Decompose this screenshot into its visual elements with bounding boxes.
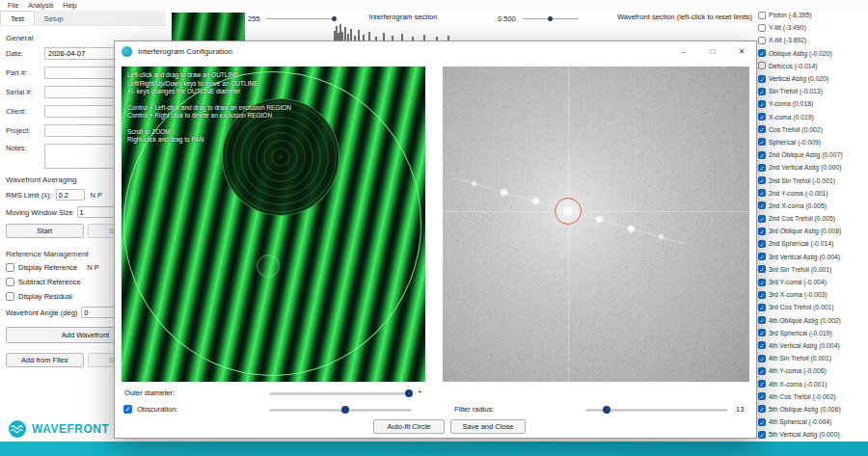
- zernike-checkbox[interactable]: [758, 279, 766, 286]
- zernike-row[interactable]: Defocus (-0.014): [758, 60, 866, 72]
- checkbox[interactable]: [6, 292, 14, 301]
- start-button[interactable]: Start: [6, 224, 84, 238]
- zernike-row[interactable]: X-tilt (-3.892): [758, 34, 866, 46]
- minimize-icon[interactable]: –: [669, 41, 698, 62]
- interferogram-histogram[interactable]: [333, 23, 453, 40]
- zernike-row[interactable]: 3rd Spherical (-0.019): [758, 327, 866, 339]
- zernike-checkbox[interactable]: [758, 431, 766, 439]
- filter-radius-slider[interactable]: [585, 409, 728, 412]
- outer-diameter-slider[interactable]: [269, 392, 412, 395]
- zernike-row[interactable]: 2nd Y-coma (-0.001): [758, 187, 866, 200]
- zernike-row[interactable]: 5th Oblique Astig (0.006): [758, 403, 866, 416]
- zernike-checkbox[interactable]: [758, 341, 766, 349]
- menu-analysis[interactable]: Analysis: [23, 2, 58, 9]
- zernike-row[interactable]: Oblique Astig (-0.020): [758, 47, 866, 60]
- obscuration-slider[interactable]: [269, 409, 412, 412]
- zernike-row[interactable]: 4th Spherical (-0.004): [758, 416, 866, 428]
- outer-diameter-plus[interactable]: +: [418, 388, 421, 396]
- zernike-checkbox[interactable]: [758, 113, 766, 121]
- zernike-row[interactable]: Vertical Astig (0.020): [758, 72, 866, 85]
- zernike-row[interactable]: 3rd Sin Trefoil (0.001): [758, 263, 866, 276]
- zernike-checkbox[interactable]: [758, 49, 766, 57]
- auto-fit-circle-button[interactable]: Auto-fit Circle: [373, 419, 445, 434]
- zernike-checkbox[interactable]: [758, 418, 766, 426]
- zernike-row[interactable]: 2nd Spherical (-0.014): [758, 237, 866, 250]
- wavefront-level-slider[interactable]: [523, 18, 579, 19]
- zernike-row[interactable]: Piston (-8.395): [758, 9, 866, 21]
- zernike-checkbox[interactable]: [758, 253, 766, 260]
- zernike-checkbox[interactable]: [758, 405, 766, 413]
- obscuration-checkbox[interactable]: [123, 405, 132, 414]
- maximize-icon[interactable]: □: [698, 41, 727, 62]
- zernike-row[interactable]: 4th Y-coma (-0.006): [758, 364, 866, 377]
- zernike-checkbox[interactable]: [758, 88, 766, 95]
- filter-radius-thumb[interactable]: [603, 406, 610, 414]
- zernike-checkbox[interactable]: [758, 228, 766, 235]
- zernike-row[interactable]: 4th Sin Trefoil (0.001): [758, 352, 866, 364]
- save-and-close-button[interactable]: Save and Close: [450, 419, 526, 434]
- moving-window-input[interactable]: [77, 206, 120, 218]
- zernike-checkbox[interactable]: [758, 164, 766, 172]
- zernike-checkbox[interactable]: [758, 176, 766, 184]
- checkbox[interactable]: [6, 263, 14, 272]
- dialog-titlebar[interactable]: Interferogram Configuration – □ ✕: [115, 41, 756, 62]
- checkbox[interactable]: [6, 278, 14, 286]
- zernike-row[interactable]: 5th Vertical Astig (0.000): [758, 428, 866, 441]
- fft-canvas[interactable]: [443, 67, 749, 382]
- zernike-checkbox[interactable]: [758, 138, 766, 146]
- zernike-checkbox[interactable]: [758, 367, 766, 375]
- zernike-checkbox[interactable]: [758, 24, 766, 32]
- zernike-row[interactable]: 4th Oblique Astig (0.002): [758, 314, 866, 327]
- zernike-checkbox[interactable]: [758, 240, 766, 248]
- zernike-checkbox[interactable]: [758, 304, 766, 311]
- close-icon[interactable]: ✕: [727, 41, 756, 62]
- zernike-row[interactable]: 3rd Y-coma (-0.004): [758, 276, 866, 288]
- zernike-row[interactable]: Cos Trefoil (0.002): [758, 123, 866, 136]
- zernike-checkbox[interactable]: [758, 125, 766, 133]
- filter-radius-circle[interactable]: [555, 198, 582, 225]
- menu-file[interactable]: File: [3, 2, 23, 9]
- menu-help[interactable]: Help: [58, 2, 81, 9]
- zernike-checkbox[interactable]: [758, 151, 766, 159]
- wavefront-level-thumb[interactable]: [548, 16, 553, 21]
- add-from-files-button[interactable]: Add from Files: [6, 353, 84, 367]
- zernike-checkbox[interactable]: [758, 329, 766, 336]
- outer-diameter-thumb[interactable]: [405, 389, 413, 397]
- zernike-row[interactable]: X-coma (0.019): [758, 111, 866, 123]
- zernike-row[interactable]: 2nd X-coma (0.005): [758, 200, 866, 212]
- zernike-row[interactable]: 3rd Oblique Astig (0.008): [758, 225, 866, 237]
- interferogram-canvas[interactable]: Left-click and drag to draw an OUTLINELe…: [122, 67, 425, 382]
- zernike-checkbox[interactable]: [758, 62, 766, 69]
- zernike-checkbox[interactable]: [758, 201, 766, 209]
- zernike-checkbox[interactable]: [758, 316, 766, 324]
- zernike-row[interactable]: Y-tilt (-3.490): [758, 21, 866, 34]
- zernike-checkbox[interactable]: [758, 12, 766, 19]
- zernike-checkbox[interactable]: [758, 37, 766, 44]
- zernike-checkbox[interactable]: [758, 392, 766, 400]
- zernike-row[interactable]: 4th Vertical Astig (0.004): [758, 339, 866, 352]
- zernike-row[interactable]: 3rd Cos Trefoil (0.001): [758, 301, 866, 313]
- zernike-checkbox[interactable]: [758, 291, 766, 299]
- zernike-row[interactable]: Y-coma (0.018): [758, 97, 866, 110]
- zernike-checkbox[interactable]: [758, 265, 766, 273]
- zernike-row[interactable]: Sin Trefoil (-0.013): [758, 85, 866, 97]
- zernike-row[interactable]: 2nd Sin Trefoil (-0.001): [758, 174, 866, 186]
- zernike-row[interactable]: 2nd Cos Trefoil (0.005): [758, 212, 866, 225]
- zernike-checkbox[interactable]: [758, 100, 766, 108]
- zernike-row[interactable]: Spherical (-0.009): [758, 136, 866, 148]
- zernike-row[interactable]: 2nd Vertical Astig (0.000): [758, 161, 866, 174]
- zernike-row[interactable]: 4th X-coma (-0.001): [758, 377, 866, 389]
- rms-limit-input[interactable]: [56, 189, 85, 201]
- zernike-row[interactable]: 2nd Oblique Astig (0.007): [758, 148, 866, 161]
- zernike-row[interactable]: 4th Cos Trefoil (-0.002): [758, 390, 866, 403]
- zernike-row[interactable]: 3rd Vertical Astig (0.004): [758, 251, 866, 263]
- zernike-checkbox[interactable]: [758, 75, 766, 83]
- zernike-checkbox[interactable]: [758, 189, 766, 197]
- zernike-checkbox[interactable]: [758, 215, 766, 223]
- obscuration-thumb[interactable]: [341, 406, 349, 414]
- zernike-checkbox[interactable]: [758, 355, 766, 362]
- tab-setup[interactable]: Setup: [35, 12, 73, 25]
- tab-test[interactable]: Test: [0, 11, 35, 25]
- zernike-checkbox[interactable]: [758, 380, 766, 388]
- zernike-row[interactable]: 3rd X-coma (-0.003): [758, 288, 866, 301]
